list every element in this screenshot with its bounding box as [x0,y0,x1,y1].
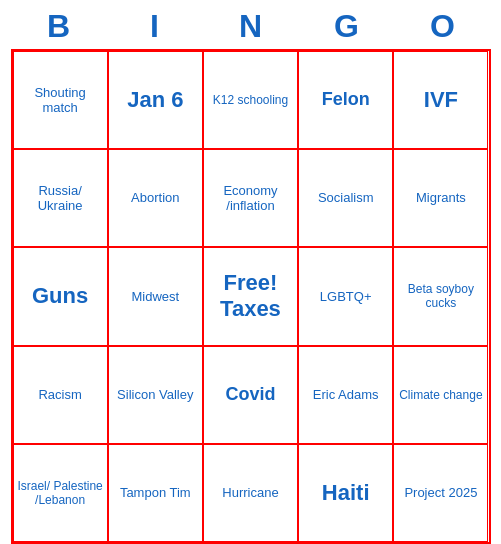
bingo-cell: Midwest [108,247,203,345]
bingo-cell: Racism [13,346,108,444]
bingo-cell: Silicon Valley [108,346,203,444]
bingo-cell: IVF [393,51,488,149]
bingo-cell: Tampon Tim [108,444,203,542]
bingo-cell: Project 2025 [393,444,488,542]
bingo-cell: Shouting match [13,51,108,149]
bingo-board: Shouting matchJan 6K12 schoolingFelonIVF… [11,49,491,544]
bingo-cell: Socialism [298,149,393,247]
bingo-cell: K12 schooling [203,51,298,149]
bingo-cell: Economy /inflation [203,149,298,247]
header-letter: N [207,8,295,45]
header-letter: I [111,8,199,45]
header-letter: B [15,8,103,45]
bingo-cell: Felon [298,51,393,149]
header-letter: O [399,8,487,45]
bingo-cell: Haiti [298,444,393,542]
bingo-cell: Jan 6 [108,51,203,149]
bingo-cell: Free! Taxes [203,247,298,345]
bingo-cell: Climate change [393,346,488,444]
bingo-cell: Guns [13,247,108,345]
bingo-cell: Eric Adams [298,346,393,444]
bingo-cell: Abortion [108,149,203,247]
bingo-cell: Russia/ Ukraine [13,149,108,247]
bingo-cell: Israel/ Palestine /Lebanon [13,444,108,542]
bingo-header: BINGO [11,0,491,49]
bingo-cell: Beta soyboy cucks [393,247,488,345]
bingo-cell: Covid [203,346,298,444]
header-letter: G [303,8,391,45]
bingo-cell: LGBTQ+ [298,247,393,345]
bingo-cell: Migrants [393,149,488,247]
bingo-cell: Hurricane [203,444,298,542]
